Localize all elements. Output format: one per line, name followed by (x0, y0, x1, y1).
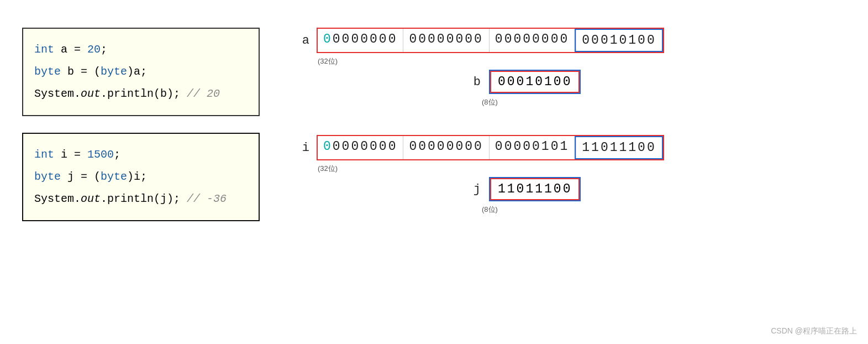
seg-i1-firstbit: 0 (323, 139, 333, 154)
code-text-5a: j = ( (61, 170, 101, 183)
keyword-int-1: int (34, 43, 54, 56)
code-text-2a: b = ( (61, 65, 101, 78)
code-text-4a: i = (54, 148, 87, 161)
seg-a1-rest: 0000000 (333, 32, 398, 46)
code-line-1: int a = 20; (34, 39, 248, 61)
keyword-byte-1: byte (34, 65, 61, 78)
row-a: a 00000000 00000000 00000000 00010100 (293, 28, 846, 53)
keyword-byte-cast-2: byte (101, 170, 127, 183)
b-rest: 0010100 (507, 75, 572, 89)
label-a: a (293, 34, 309, 48)
number-20: 20 (87, 43, 101, 56)
number-1500: 1500 (87, 148, 114, 161)
b-firstbit: 0 (498, 75, 507, 89)
blue-wrap-a: 00010100 (575, 29, 662, 52)
small-blue-wrap-j: 11011100 (489, 177, 581, 201)
label-j: j (464, 183, 481, 196)
row-b: b 00010100 (464, 70, 846, 94)
bits-label-a: (32位) (318, 56, 846, 66)
j-rest: 1011100 (507, 182, 572, 196)
code-italic-out-2: out (81, 192, 101, 205)
seg-i2: 00000000 (403, 136, 488, 159)
j-firstbit: 1 (498, 182, 507, 196)
code-text-3a: System. (34, 87, 81, 100)
code-line-2: byte b = (byte)a; (34, 61, 248, 83)
code-line-5: byte j = (byte)i; (34, 166, 248, 188)
diagram-group-2: i 00000000 00000000 00000101 11011100 (3… (293, 135, 846, 215)
seg-a4: 00010100 (576, 30, 661, 51)
seg-a1-firstbit: 0 (323, 32, 333, 46)
code-text-5b: )i; (127, 170, 147, 183)
seg-i1-rest: 0000000 (333, 139, 398, 154)
red-box-a: 00000000 00000000 00000000 00010100 (317, 28, 664, 53)
watermark: CSDN @程序喵正在路上 (771, 326, 857, 336)
row-i: i 00000000 00000000 00000101 11011100 (293, 135, 846, 160)
label-i: i (293, 141, 309, 155)
code-block-2: int i = 1500; byte j = (byte)i; System.o… (22, 133, 260, 221)
code-text-6b: .println(j); (101, 192, 180, 205)
seg-a2: 00000000 (403, 29, 488, 52)
code-text-3b: .println(b); (101, 87, 180, 100)
code-text-1a: a = (54, 43, 87, 56)
label-b: b (464, 75, 481, 89)
code-section: int a = 20; byte b = (byte)a; System.out… (22, 17, 260, 327)
code-text-6a: System. (34, 192, 81, 205)
code-comment-2: // -36 (180, 192, 227, 205)
diagram-section: a 00000000 00000000 00000000 00010100 (3… (293, 17, 846, 327)
keyword-byte-2: byte (34, 170, 61, 183)
seg-i1: 00000000 (318, 136, 403, 159)
code-line-4: int i = 1500; (34, 144, 248, 166)
code-text-1b: ; (101, 43, 107, 56)
small-blue-wrap-b: 00010100 (489, 70, 581, 94)
keyword-int-2: int (34, 148, 54, 161)
bits-label-j: (8位) (482, 205, 846, 215)
code-comment-1: // 20 (180, 87, 220, 100)
seg-i3: 00000101 (489, 136, 575, 159)
seg-i4: 11011100 (576, 137, 661, 158)
code-text-2b: )a; (127, 65, 147, 78)
code-italic-out-1: out (81, 87, 101, 100)
keyword-byte-cast-1: byte (101, 65, 127, 78)
blue-wrap-i: 11011100 (575, 136, 662, 159)
seg-a3: 00000000 (489, 29, 575, 52)
code-text-4b: ; (114, 148, 120, 161)
bits-label-i: (32位) (318, 164, 846, 174)
diagram-group-1: a 00000000 00000000 00000000 00010100 (3… (293, 28, 846, 107)
code-block-1: int a = 20; byte b = (byte)a; System.out… (22, 28, 260, 116)
code-line-6: System.out.println(j); // -36 (34, 188, 248, 210)
row-j: j 11011100 (464, 177, 846, 201)
code-line-3: System.out.println(b); // 20 (34, 83, 248, 105)
main-container: int a = 20; byte b = (byte)a; System.out… (0, 0, 868, 344)
small-red-box-j: 11011100 (490, 178, 580, 200)
small-red-box-b: 00010100 (490, 71, 580, 93)
red-box-i: 00000000 00000000 00000101 11011100 (317, 135, 664, 160)
bits-label-b: (8位) (482, 97, 846, 107)
seg-a1: 00000000 (318, 29, 403, 52)
